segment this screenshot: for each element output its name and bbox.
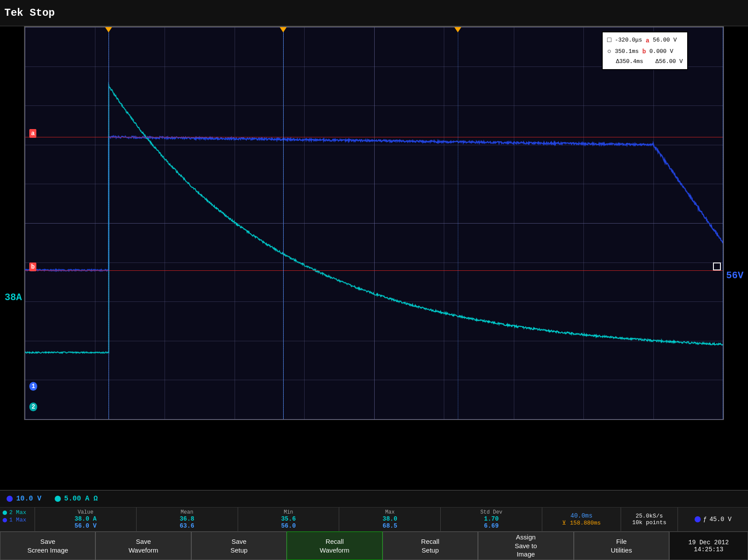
- stats-ch1-std: 6.69: [444, 522, 538, 529]
- screen-wrapper: 38A 56V a b: [0, 26, 748, 490]
- file-utilities-button[interactable]: FileUtilities: [574, 532, 669, 560]
- trig-marker-3: [454, 27, 461, 32]
- meas-ch-a: a: [646, 36, 649, 46]
- ch2-dot: [55, 496, 61, 502]
- bottom-bar: 10.0 V 5.00 A Ω 2 Max 1 Max: [0, 490, 748, 560]
- waveform-display: [25, 27, 723, 419]
- timebase: 40.0ms: [570, 512, 592, 519]
- save-setup-button[interactable]: SaveSetup: [191, 532, 287, 560]
- brand-label: Tek: [4, 7, 23, 19]
- cursor-v-3: [458, 27, 458, 419]
- stats-col-std: Std Dev 1.70 6.69: [441, 508, 542, 531]
- circle-marker: [713, 262, 721, 270]
- ch-info-row: 10.0 V 5.00 A Ω: [0, 490, 748, 508]
- date-label: 19 Dec 2012: [688, 539, 729, 546]
- cursor-v-1: [109, 27, 109, 419]
- trigger-offset: ⊻ 158.880ms: [562, 519, 601, 526]
- trig-level: 45.0 V: [709, 516, 731, 523]
- trig-info: ƒ 45.0 V: [678, 508, 748, 531]
- save-screen-button[interactable]: SaveScreen Image: [0, 532, 95, 560]
- meas-volt-1: 56.00 V: [653, 36, 677, 45]
- trig-dot: [695, 516, 701, 522]
- cursor-v-2: [283, 27, 284, 419]
- stats-col-max: Max 38.0 68.5: [339, 508, 441, 531]
- trigger-offset-icon: ⊻: [562, 520, 566, 526]
- measurement-box: □ -320.0μs a 56.00 V ○ 350.1ms b 0.000 V…: [602, 32, 688, 70]
- meas-ch-b: b: [642, 47, 646, 56]
- recall-setup-label: RecallSetup: [421, 537, 439, 554]
- trig-marker-1: [105, 27, 112, 32]
- recall-waveform-button[interactable]: RecallWaveform: [287, 532, 382, 560]
- stats-lbl-ch2: 2 Max: [3, 509, 32, 516]
- stats-ch1-max: 68.5: [343, 522, 437, 529]
- meas-symbol-1: □: [607, 35, 611, 46]
- meas-time-1: -320.0μs: [615, 36, 642, 45]
- oscilloscope-screen: a b 1 2 □ -320.0μs a 56.00 V ○ 350.1ms b: [24, 26, 724, 420]
- brand-status: Tek Stop: [4, 7, 55, 19]
- stats-col-mean: Mean 36.8 63.6: [137, 508, 238, 531]
- stats-ch2-value: 38.0 A: [39, 515, 133, 522]
- trig-type: ƒ: [703, 516, 707, 523]
- stats-ch1-label: 1 Max: [9, 517, 26, 523]
- save-setup-label: SaveSetup: [230, 537, 247, 554]
- ch2-dot-stats: [3, 511, 7, 515]
- date-time-box: 19 Dec 2012 14:25:13: [669, 532, 748, 560]
- meas-volt-2: 0.000 V: [650, 47, 674, 56]
- ch1-info: 10.0 V: [7, 495, 42, 503]
- timing-info: 40.0ms ⊻ 158.880ms: [542, 508, 621, 531]
- left-labels: 38A: [0, 52, 24, 420]
- sample-info: 25.0kS/s 10k points: [621, 508, 678, 531]
- meas-row-2: ○ 350.1ms b 0.000 V: [607, 46, 683, 58]
- stats-ch2-min: 35.6: [242, 515, 336, 522]
- meas-delta-volt: Δ56.00 V: [647, 57, 683, 66]
- file-utilities-label: FileUtilities: [611, 537, 632, 554]
- right-labels: 56V: [724, 52, 748, 420]
- stats-ch2-std: 1.70: [444, 515, 538, 522]
- stats-ch2-mean: 36.8: [140, 515, 234, 522]
- oscilloscope-display: Tek Stop 38A 56V: [0, 0, 748, 560]
- sample-points: 10k points: [632, 519, 666, 526]
- cursor-v-4: [723, 27, 723, 419]
- cursor-h-1: [25, 137, 723, 137]
- right-label-top: 56V: [726, 270, 744, 281]
- recall-waveform-label: RecallWaveform: [320, 537, 350, 554]
- cursor-h-2: [25, 270, 723, 271]
- stats-row: 2 Max 1 Max Value 38.0 A 56.0 V Mean 36.…: [0, 508, 748, 532]
- stats-col-min: Min 35.6 56.0: [238, 508, 340, 531]
- marker-ch-a: a: [29, 129, 36, 138]
- stats-hdr-min: Min: [242, 509, 336, 515]
- status-label: Stop: [30, 7, 55, 19]
- stats-hdr-std: Std Dev: [444, 509, 538, 515]
- stats-hdr-max: Max: [343, 509, 437, 515]
- ch2-scale: 5.00 A Ω: [64, 495, 98, 503]
- meas-symbol-2: ○: [607, 46, 611, 58]
- sample-rate: 25.0kS/s: [636, 513, 663, 519]
- stats-col-value: Value 38.0 A 56.0 V: [35, 508, 137, 531]
- stats-ch1-value: 56.0 V: [39, 522, 133, 529]
- stats-ch2-max: 38.0: [343, 515, 437, 522]
- save-waveform-button[interactable]: SaveWaveform: [95, 532, 191, 560]
- meas-delta-time: Δ350.4ms: [607, 57, 643, 66]
- ch1-dot: [7, 496, 13, 502]
- stats-label-col: 2 Max 1 Max: [0, 508, 35, 531]
- meas-row-1: □ -320.0μs a 56.00 V: [607, 35, 683, 46]
- ch1-scale: 10.0 V: [16, 495, 42, 503]
- recall-setup-button[interactable]: RecallSetup: [383, 532, 478, 560]
- save-screen-label: SaveScreen Image: [28, 537, 68, 554]
- stats-lbl-ch1: 1 Max: [3, 517, 32, 523]
- header-bar: Tek Stop: [0, 0, 748, 26]
- assign-save-label: AssignSave toImage: [515, 533, 537, 559]
- assign-save-button[interactable]: AssignSave toImage: [478, 532, 573, 560]
- time-label: 14:25:13: [694, 546, 723, 553]
- meas-row-3: Δ350.4ms Δ56.00 V: [607, 57, 683, 66]
- marker-ch-b: b: [29, 262, 36, 271]
- trigger-offset-val: 158.880ms: [570, 520, 601, 526]
- trig-marker-2: [280, 27, 287, 32]
- stats-ch1-min: 56.0: [242, 522, 336, 529]
- save-waveform-label: SaveWaveform: [129, 537, 158, 554]
- ch1-dot-stats: [3, 518, 7, 522]
- meas-time-2: 350.1ms: [615, 47, 639, 56]
- ch2-info: 5.00 A Ω: [55, 495, 98, 503]
- stats-ch2-label: 2 Max: [9, 509, 26, 516]
- button-row: SaveScreen Image SaveWaveform SaveSetup …: [0, 532, 748, 560]
